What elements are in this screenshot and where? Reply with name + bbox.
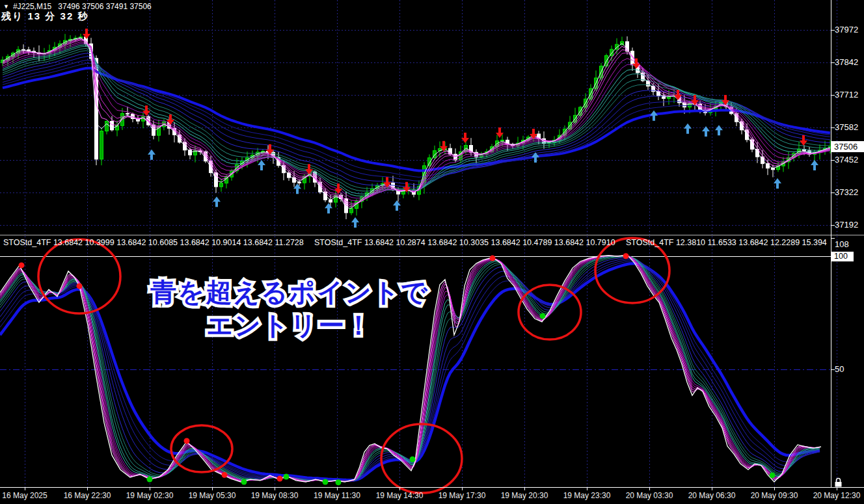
ohlc-values: 37496 37506 37491 37506 [58,2,151,11]
time-tick-label: 19 May 08:30 [243,491,306,500]
time-axis[interactable]: 16 May 202516 May 22:3019 May 02:3019 Ma… [0,487,864,504]
buy-arrow-icon [351,217,359,228]
red-dot [222,472,228,478]
time-tick-label: 19 May 11:30 [306,491,368,500]
price-tick-label: 37582 [835,122,858,132]
green-dot [147,477,153,483]
price-tick-label: 37712 [835,90,858,99]
green-dot [241,479,247,485]
red-dot [19,262,25,268]
sell-arrow-icon [142,105,150,116]
buy-arrow-icon [325,203,332,213]
price-tick-label: 37452 [835,155,858,165]
time-tick-label: 20 May 03:30 [618,491,681,500]
indicator-label: STOStd_4TF 13.6842 10.3999 13.6842 10.60… [3,238,304,247]
time-tick-label: 16 May 2025 [0,491,56,500]
green-dot [410,457,416,462]
indicator-label: STOStd_4TF 12.3810 11.6533 13.6842 12.22… [626,238,827,247]
red-dot [490,256,496,261]
green-dot [540,313,546,319]
buy-arrow-icon [650,111,658,121]
red-dot [623,253,629,259]
price-tick-label: 37322 [835,187,858,197]
price-tick-label: 37192 [835,220,858,230]
stoch-100-tag: 100 [831,252,854,261]
red-dot [277,476,283,482]
buy-arrow-icon [148,150,155,160]
mt4-chart-window: ▼#J225,M1537496 37506 37491 37506 残り 13 … [0,0,864,504]
red-dot [184,438,190,444]
stoch-tick-label: 108 [835,239,849,249]
candle-countdown-timer: 残り 13 分 32 秒 [1,10,88,23]
sell-arrow-icon [83,29,90,39]
time-tick-label: 19 May 05:30 [181,491,243,500]
chart-title-row: ▼#J225,M1537496 37506 37491 37506 [3,2,152,11]
buy-arrow-icon [293,183,301,194]
time-tick-label: 19 May 14:30 [368,491,431,500]
green-dot [284,474,290,480]
time-tick-label: 20 May 09:30 [743,491,805,500]
price-tick-label: 37972 [835,25,858,34]
stoch-tick-label: 50 [835,364,844,374]
current-price-tag: 37506 [831,141,864,152]
price-axis[interactable]: 3797237842377123758237452373223719210850 [831,0,864,487]
buy-arrow-icon [715,125,723,135]
entry-circle-annotation [171,425,232,472]
time-tick-label: 19 May 17:30 [431,491,493,500]
green-dot [323,479,329,485]
annotation-text: 青を超えるポイントで エントリー！ [91,276,488,342]
time-tick-label: 16 May 22:30 [56,491,118,500]
indicator-label: STOStd_4TF 13.6842 10.2874 13.6842 10.30… [314,238,615,247]
symbol-dropdown-icon[interactable]: ▼ [3,3,9,10]
time-tick-label: 19 May 23:30 [556,491,618,500]
time-tick-label: 20 May 12:30 [805,491,864,500]
candles [1,34,832,219]
indicator-header-row: STOStd_4TF 13.6842 10.3999 13.6842 10.60… [0,238,830,248]
buy-arrow-icon [684,124,692,134]
time-tick-label: 19 May 20:30 [493,491,556,500]
chart-canvas[interactable] [0,0,864,504]
sell-arrow-icon [800,135,807,146]
green-dot [770,472,776,478]
buy-arrow-icon [213,196,221,207]
green-dot [336,479,342,485]
time-tick-label: 20 May 06:30 [681,491,743,500]
price-tick-label: 37842 [835,57,858,67]
time-tick-label: 19 May 02:30 [118,491,181,500]
ma-ribbon [3,38,830,208]
red-dot [77,283,83,289]
buy-arrow-icon [258,160,265,170]
symbol-label: #J225,M15 [13,2,51,11]
buy-arrow-icon [811,160,818,170]
